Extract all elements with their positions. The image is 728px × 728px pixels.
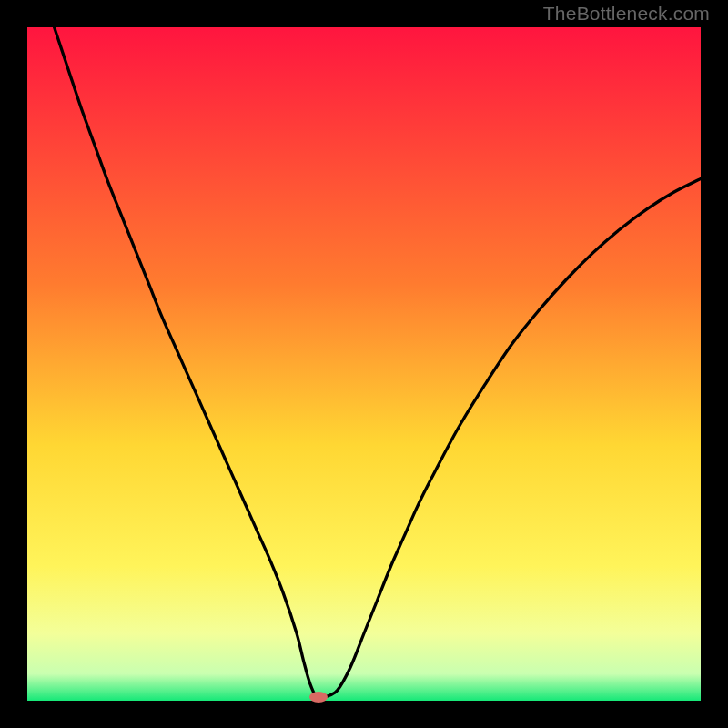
bottleneck-curve (27, 27, 701, 701)
plot-area (27, 27, 701, 701)
minimum-marker-icon (309, 692, 328, 703)
watermark-text: TheBottleneck.com (543, 3, 710, 25)
chart-frame: TheBottleneck.com (0, 0, 728, 728)
